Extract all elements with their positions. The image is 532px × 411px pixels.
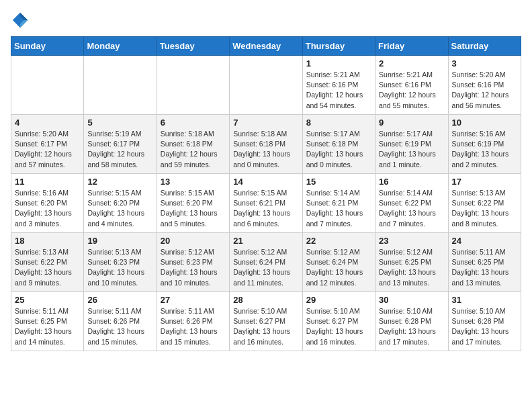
weekday-header-cell: Wednesday <box>230 37 302 56</box>
calendar-day-cell: 15Sunrise: 5:14 AM Sunset: 6:21 PM Dayli… <box>302 174 375 233</box>
calendar-day-cell: 23Sunrise: 5:12 AM Sunset: 6:25 PM Dayli… <box>375 233 448 292</box>
calendar-day-cell: 7Sunrise: 5:18 AM Sunset: 6:18 PM Daylig… <box>230 115 302 174</box>
calendar-day-cell: 8Sunrise: 5:17 AM Sunset: 6:18 PM Daylig… <box>302 115 375 174</box>
day-info: Sunrise: 5:11 AM Sunset: 6:26 PM Dayligh… <box>161 306 226 347</box>
day-info: Sunrise: 5:15 AM Sunset: 6:20 PM Dayligh… <box>161 188 226 229</box>
day-number: 2 <box>379 58 444 68</box>
day-info: Sunrise: 5:17 AM Sunset: 6:19 PM Dayligh… <box>379 129 444 170</box>
weekday-header-cell: Sunday <box>11 37 84 56</box>
calendar-day-cell <box>157 56 229 115</box>
day-info: Sunrise: 5:12 AM Sunset: 6:24 PM Dayligh… <box>306 247 371 288</box>
logo-icon <box>11 11 30 30</box>
day-number: 8 <box>306 118 371 128</box>
day-number: 30 <box>379 295 444 305</box>
day-info: Sunrise: 5:13 AM Sunset: 6:22 PM Dayligh… <box>15 247 80 288</box>
day-info: Sunrise: 5:12 AM Sunset: 6:23 PM Dayligh… <box>161 247 226 288</box>
day-info: Sunrise: 5:18 AM Sunset: 6:18 PM Dayligh… <box>161 129 226 170</box>
day-info: Sunrise: 5:13 AM Sunset: 6:22 PM Dayligh… <box>452 188 517 229</box>
calendar-day-cell: 17Sunrise: 5:13 AM Sunset: 6:22 PM Dayli… <box>448 174 521 233</box>
day-number: 20 <box>161 236 226 246</box>
day-number: 22 <box>306 236 371 246</box>
day-number: 19 <box>87 236 152 246</box>
calendar-day-cell <box>11 56 84 115</box>
day-number: 29 <box>306 295 371 305</box>
calendar-day-cell: 25Sunrise: 5:11 AM Sunset: 6:25 PM Dayli… <box>11 292 84 351</box>
day-info: Sunrise: 5:10 AM Sunset: 6:28 PM Dayligh… <box>452 306 517 347</box>
calendar-day-cell: 14Sunrise: 5:15 AM Sunset: 6:21 PM Dayli… <box>230 174 302 233</box>
day-number: 6 <box>161 118 226 128</box>
calendar-day-cell: 10Sunrise: 5:16 AM Sunset: 6:19 PM Dayli… <box>448 115 521 174</box>
calendar-day-cell: 22Sunrise: 5:12 AM Sunset: 6:24 PM Dayli… <box>302 233 375 292</box>
day-number: 26 <box>87 295 152 305</box>
calendar-week-row: 18Sunrise: 5:13 AM Sunset: 6:22 PM Dayli… <box>11 233 521 292</box>
weekday-header-cell: Friday <box>375 37 448 56</box>
calendar-week-row: 1Sunrise: 5:21 AM Sunset: 6:16 PM Daylig… <box>11 56 521 115</box>
calendar-day-cell: 5Sunrise: 5:19 AM Sunset: 6:17 PM Daylig… <box>84 115 157 174</box>
day-number: 15 <box>306 177 371 187</box>
calendar-day-cell: 27Sunrise: 5:11 AM Sunset: 6:26 PM Dayli… <box>157 292 229 351</box>
day-number: 25 <box>15 295 80 305</box>
calendar-day-cell: 1Sunrise: 5:21 AM Sunset: 6:16 PM Daylig… <box>302 56 375 115</box>
calendar-day-cell <box>84 56 157 115</box>
day-number: 18 <box>15 236 80 246</box>
day-info: Sunrise: 5:11 AM Sunset: 6:26 PM Dayligh… <box>87 306 152 347</box>
calendar-day-cell: 9Sunrise: 5:17 AM Sunset: 6:19 PM Daylig… <box>375 115 448 174</box>
day-info: Sunrise: 5:16 AM Sunset: 6:20 PM Dayligh… <box>15 188 80 229</box>
day-info: Sunrise: 5:21 AM Sunset: 6:16 PM Dayligh… <box>379 70 444 111</box>
day-info: Sunrise: 5:12 AM Sunset: 6:25 PM Dayligh… <box>379 247 444 288</box>
calendar-week-row: 11Sunrise: 5:16 AM Sunset: 6:20 PM Dayli… <box>11 174 521 233</box>
calendar-day-cell: 2Sunrise: 5:21 AM Sunset: 6:16 PM Daylig… <box>375 56 448 115</box>
day-info: Sunrise: 5:15 AM Sunset: 6:21 PM Dayligh… <box>233 188 298 229</box>
day-number: 10 <box>452 118 517 128</box>
calendar-day-cell: 24Sunrise: 5:11 AM Sunset: 6:25 PM Dayli… <box>448 233 521 292</box>
day-number: 7 <box>233 118 298 128</box>
calendar-body: 1Sunrise: 5:21 AM Sunset: 6:16 PM Daylig… <box>11 56 521 351</box>
day-number: 4 <box>15 118 80 128</box>
weekday-header-cell: Tuesday <box>157 37 229 56</box>
calendar-week-row: 4Sunrise: 5:20 AM Sunset: 6:17 PM Daylig… <box>11 115 521 174</box>
day-info: Sunrise: 5:16 AM Sunset: 6:19 PM Dayligh… <box>452 129 517 170</box>
day-info: Sunrise: 5:10 AM Sunset: 6:28 PM Dayligh… <box>379 306 444 347</box>
day-info: Sunrise: 5:12 AM Sunset: 6:24 PM Dayligh… <box>233 247 298 288</box>
day-number: 9 <box>379 118 444 128</box>
day-number: 31 <box>452 295 517 305</box>
weekday-header-cell: Thursday <box>302 37 375 56</box>
day-info: Sunrise: 5:13 AM Sunset: 6:23 PM Dayligh… <box>87 247 152 288</box>
day-number: 24 <box>452 236 517 246</box>
day-number: 1 <box>306 58 371 68</box>
day-number: 11 <box>15 177 80 187</box>
day-number: 5 <box>87 118 152 128</box>
day-number: 23 <box>379 236 444 246</box>
calendar-day-cell: 6Sunrise: 5:18 AM Sunset: 6:18 PM Daylig… <box>157 115 229 174</box>
day-info: Sunrise: 5:10 AM Sunset: 6:27 PM Dayligh… <box>233 306 298 347</box>
calendar-day-cell <box>230 56 302 115</box>
day-number: 16 <box>379 177 444 187</box>
day-info: Sunrise: 5:21 AM Sunset: 6:16 PM Dayligh… <box>306 70 371 111</box>
weekday-header-cell: Monday <box>84 37 157 56</box>
calendar-day-cell: 26Sunrise: 5:11 AM Sunset: 6:26 PM Dayli… <box>84 292 157 351</box>
calendar-table: SundayMondayTuesdayWednesdayThursdayFrid… <box>11 36 521 351</box>
logo <box>11 11 32 30</box>
day-number: 12 <box>87 177 152 187</box>
calendar-day-cell: 19Sunrise: 5:13 AM Sunset: 6:23 PM Dayli… <box>84 233 157 292</box>
calendar-day-cell: 29Sunrise: 5:10 AM Sunset: 6:27 PM Dayli… <box>302 292 375 351</box>
calendar-day-cell: 11Sunrise: 5:16 AM Sunset: 6:20 PM Dayli… <box>11 174 84 233</box>
weekday-header-row: SundayMondayTuesdayWednesdayThursdayFrid… <box>11 37 521 56</box>
day-info: Sunrise: 5:14 AM Sunset: 6:22 PM Dayligh… <box>379 188 444 229</box>
day-info: Sunrise: 5:14 AM Sunset: 6:21 PM Dayligh… <box>306 188 371 229</box>
day-number: 13 <box>161 177 226 187</box>
calendar-day-cell: 13Sunrise: 5:15 AM Sunset: 6:20 PM Dayli… <box>157 174 229 233</box>
day-info: Sunrise: 5:19 AM Sunset: 6:17 PM Dayligh… <box>87 129 152 170</box>
day-info: Sunrise: 5:20 AM Sunset: 6:16 PM Dayligh… <box>452 70 517 111</box>
day-info: Sunrise: 5:15 AM Sunset: 6:20 PM Dayligh… <box>87 188 152 229</box>
day-number: 14 <box>233 177 298 187</box>
calendar-day-cell: 12Sunrise: 5:15 AM Sunset: 6:20 PM Dayli… <box>84 174 157 233</box>
day-number: 28 <box>233 295 298 305</box>
day-number: 27 <box>161 295 226 305</box>
day-number: 21 <box>233 236 298 246</box>
calendar-week-row: 25Sunrise: 5:11 AM Sunset: 6:25 PM Dayli… <box>11 292 521 351</box>
weekday-header-cell: Saturday <box>448 37 521 56</box>
day-number: 3 <box>452 58 517 68</box>
day-info: Sunrise: 5:18 AM Sunset: 6:18 PM Dayligh… <box>233 129 298 170</box>
calendar-day-cell: 3Sunrise: 5:20 AM Sunset: 6:16 PM Daylig… <box>448 56 521 115</box>
